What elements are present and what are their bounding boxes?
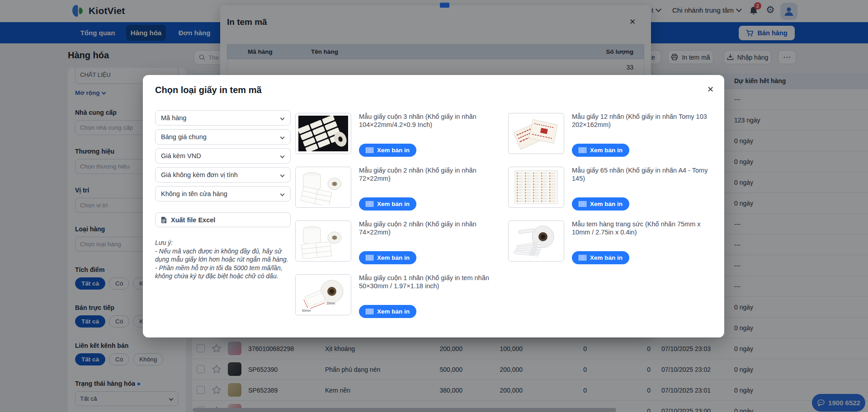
select-value: Mã hàng xyxy=(161,114,186,122)
view-print-button[interactable]: Xem bản in xyxy=(572,144,629,157)
barcode-icon xyxy=(366,201,373,207)
view-print-button[interactable]: Xem bản in xyxy=(359,144,416,157)
chevron-down-icon xyxy=(280,116,285,120)
view-print-button-label: Xem bản in xyxy=(590,201,623,207)
view-print-button-label: Xem bản in xyxy=(377,201,410,207)
paper-sample-image xyxy=(295,113,351,154)
export-excel-button[interactable]: Xuất file Excel xyxy=(155,212,291,227)
view-print-button[interactable]: Xem bản in xyxy=(572,197,629,211)
paper-option-title: Mẫu giấy cuộn 3 nhãn (Khổ giấy in nhãn 1… xyxy=(359,113,493,129)
paper-modal-title: Chọn loại giấy in tem mã xyxy=(155,85,262,95)
select-value: Giá kèm VND xyxy=(161,152,201,159)
print-option-select[interactable]: Giá không kèm đơn vị tính xyxy=(155,167,291,183)
paper-option: Mẫu giấy 12 nhãn (Khổ giấy in nhãn Tomy … xyxy=(508,113,717,154)
barcode-icon xyxy=(366,147,373,153)
paper-option-body: Mẫu giấy cuộn 2 nhãn (Khổ giấy in nhãn 7… xyxy=(359,220,493,262)
view-print-button[interactable]: Xem bản in xyxy=(572,251,629,264)
note-line-2: - Phần mềm hỗ trợ in tối đa 5000 tem mã/… xyxy=(155,264,294,281)
note-title: Lưu ý: xyxy=(155,239,294,247)
select-value: Không in tên cửa hàng xyxy=(161,190,227,197)
paper-option-title: Mẫu tem hàng trang sức (Khổ nhãn 75mm x … xyxy=(572,220,717,236)
paper-option-title: Mẫu giấy cuộn 2 nhãn (Khổ giấy in nhãn 7… xyxy=(359,167,493,183)
view-print-button[interactable]: Xem bản in xyxy=(359,305,416,318)
paper-option: Mẫu tem hàng trang sức (Khổ nhãn 75mm x … xyxy=(508,220,717,262)
view-print-button[interactable]: Xem bản in xyxy=(359,251,416,264)
paper-option-title: Mẫu giấy cuộn 1 nhãn (Khổ giấy in tem nh… xyxy=(359,274,493,290)
chevron-down-icon xyxy=(280,192,285,196)
paper-option: Mẫu giấy cuộn 2 nhãn (Khổ giấy in nhãn 7… xyxy=(295,167,493,208)
paper-option-title: Mẫu giấy 65 nhãn (Khổ giấy in nhãn A4 - … xyxy=(572,167,717,183)
chevron-down-icon xyxy=(280,154,285,158)
paper-option-body: Mẫu tem hàng trang sức (Khổ nhãn 75mm x … xyxy=(572,220,717,262)
paper-option-body: Mẫu giấy 65 nhãn (Khổ giấy in nhãn A4 - … xyxy=(572,167,717,208)
paper-options-right-column: Mẫu giấy 12 nhãn (Khổ giấy in nhãn Tomy … xyxy=(508,113,717,274)
view-print-button-label: Xem bản in xyxy=(377,254,410,261)
paper-sample-image xyxy=(508,220,564,262)
view-print-button-label: Xem bản in xyxy=(590,254,623,261)
paper-option-title: Mẫu giấy cuộn 2 nhãn (Khổ giấy in nhãn 7… xyxy=(359,220,493,236)
paper-modal-controls: Mã hàng Bảng giá chung Giá kèm VND Giá k… xyxy=(155,110,291,281)
paper-option: 30mm50mm Mẫu giấy cuộn 1 nhãn (Khổ giấy … xyxy=(295,274,493,315)
paper-option-body: Mẫu giấy 12 nhãn (Khổ giấy in nhãn Tomy … xyxy=(572,113,717,154)
barcode-icon xyxy=(579,147,586,153)
print-option-select[interactable]: Không in tên cửa hàng xyxy=(155,186,291,201)
paper-option-body: Mẫu giấy cuộn 3 nhãn (Khổ giấy in nhãn 1… xyxy=(359,113,493,154)
file-icon xyxy=(161,216,167,224)
select-value: Bảng giá chung xyxy=(161,133,207,140)
svg-text:50mm: 50mm xyxy=(302,309,311,312)
close-icon[interactable]: ✕ xyxy=(707,84,714,94)
paper-choice-modal: Chọn loại giấy in tem mã ✕ Mã hàng Bảng … xyxy=(143,75,724,337)
paper-sample-image xyxy=(508,167,564,208)
print-option-selects: Mã hàng Bảng giá chung Giá kèm VND Giá k… xyxy=(155,110,291,201)
view-print-button-label: Xem bản in xyxy=(377,308,410,315)
barcode-icon xyxy=(366,309,373,314)
view-print-button[interactable]: Xem bản in xyxy=(359,197,416,211)
barcode-icon xyxy=(366,255,373,261)
paper-modal-notes: Lưu ý: - Nếu mã vạch được in không đầy đ… xyxy=(155,239,294,281)
barcode-icon xyxy=(579,201,586,207)
chevron-down-icon xyxy=(280,173,285,177)
print-option-select[interactable]: Bảng giá chung xyxy=(155,129,291,145)
paper-option: Mẫu giấy cuộn 2 nhãn (Khổ giấy in nhãn 7… xyxy=(295,220,493,262)
paper-option-title: Mẫu giấy 12 nhãn (Khổ giấy in nhãn Tomy … xyxy=(572,113,717,129)
select-value: Giá không kèm đơn vị tính xyxy=(161,171,238,178)
paper-sample-image: 30mm50mm xyxy=(295,274,351,315)
paper-option: Mẫu giấy 65 nhãn (Khổ giấy in nhãn A4 - … xyxy=(508,167,717,208)
barcode-icon xyxy=(579,255,586,261)
print-option-select[interactable]: Mã hàng xyxy=(155,110,291,126)
svg-text:30mm: 30mm xyxy=(326,302,335,305)
paper-sample-image xyxy=(295,220,351,262)
chevron-down-icon xyxy=(280,135,285,139)
paper-option-body: Mẫu giấy cuộn 1 nhãn (Khổ giấy in tem nh… xyxy=(359,274,493,315)
view-print-button-label: Xem bản in xyxy=(590,147,623,154)
export-excel-label: Xuất file Excel xyxy=(171,216,215,224)
paper-option-body: Mẫu giấy cuộn 2 nhãn (Khổ giấy in nhãn 7… xyxy=(359,167,493,208)
print-option-select[interactable]: Giá kèm VND xyxy=(155,148,291,164)
paper-options-left-column: Mẫu giấy cuộn 3 nhãn (Khổ giấy in nhãn 1… xyxy=(295,113,493,328)
paper-sample-image xyxy=(508,113,564,154)
note-line-1: - Nếu mã vạch được in không đầy đủ, hãy … xyxy=(155,247,294,264)
paper-option: Mẫu giấy cuộn 3 nhãn (Khổ giấy in nhãn 1… xyxy=(295,113,493,154)
view-print-button-label: Xem bản in xyxy=(377,147,410,154)
paper-sample-image xyxy=(295,167,351,208)
